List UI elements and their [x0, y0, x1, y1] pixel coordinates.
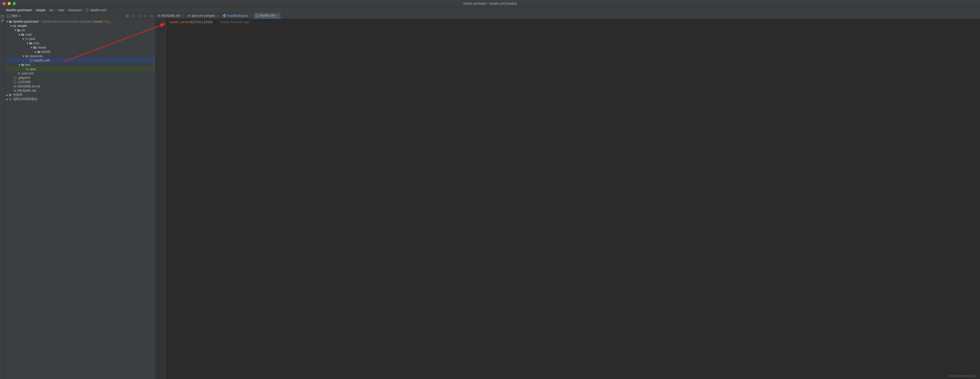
- tree-label: README.md: [18, 89, 36, 92]
- tree-license[interactable]: LICENSE: [5, 80, 155, 84]
- code-editor[interactable]: 1 tracker_server=127.0.0.1:22122masiyi, …: [156, 19, 980, 379]
- java-class-icon: C: [223, 14, 226, 17]
- chevron-down-icon[interactable]: ▾: [10, 25, 12, 27]
- collapse-all-icon[interactable]: [138, 14, 141, 18]
- close-icon[interactable]: ×: [277, 14, 279, 17]
- file-icon: [256, 14, 259, 17]
- dropdown-icon[interactable]: ▾: [19, 14, 20, 18]
- tree-module[interactable]: ▾ simple: [5, 24, 155, 28]
- tab-readme[interactable]: README.md ×: [156, 13, 186, 19]
- package-icon: [33, 46, 37, 49]
- markdown-icon: [13, 89, 17, 92]
- chevron-down-icon[interactable]: ▾: [30, 46, 33, 49]
- project-tree[interactable]: ▾ fastdfs-quickstart ~/IdeaProjects/demo…: [5, 19, 155, 379]
- tree-com[interactable]: ▾ com: [5, 41, 155, 45]
- tree-test[interactable]: ▾ test: [5, 62, 155, 67]
- scratch-icon: [9, 98, 12, 101]
- tab-label: pom.xml (simple): [192, 14, 215, 17]
- svg-rect-22: [10, 94, 10, 96]
- structure-tool-icon[interactable]: [1, 19, 4, 23]
- tree-fastdfs[interactable]: ▸ fastdfs: [5, 49, 155, 54]
- close-icon[interactable]: ×: [217, 14, 219, 17]
- crumb-file[interactable]: fastdfs.conf: [90, 8, 106, 12]
- maximize-button[interactable]: [13, 2, 16, 5]
- locate-icon[interactable]: [126, 14, 129, 18]
- chevron-down-icon[interactable]: ▾: [18, 33, 20, 36]
- svg-rect-1: [1, 15, 4, 18]
- chevron-down-icon[interactable]: ▾: [27, 42, 29, 44]
- chevron-right-icon[interactable]: ▸: [35, 51, 37, 53]
- tab-conf[interactable]: fastdfs.conf ×: [253, 13, 281, 19]
- close-icon[interactable]: ×: [182, 14, 183, 17]
- svg-text:m: m: [18, 72, 20, 75]
- close-icon[interactable]: ×: [250, 14, 251, 17]
- tree-fastdfs-conf[interactable]: fastdfs.conf: [5, 58, 155, 62]
- panel-header: 项目 ▾: [5, 13, 155, 19]
- folder-icon: [21, 33, 24, 36]
- project-panel: 项目 ▾ ▾ fastdfs-quickstart ~/IdeaProjects…: [5, 13, 156, 379]
- panel-title-label[interactable]: 项目: [12, 14, 18, 18]
- close-button[interactable]: [3, 2, 6, 5]
- tree-readme[interactable]: README.md: [5, 89, 155, 93]
- tree-label: masiyi: [38, 46, 46, 49]
- module-icon: [13, 24, 16, 27]
- tree-masiyi[interactable]: ▾ masiyi: [5, 45, 155, 49]
- git-blame-inlay: masiyi, Moments ago: [220, 20, 249, 24]
- tree-gitignore[interactable]: .gitignore: [5, 75, 155, 80]
- code-key: tracker_server: [169, 20, 189, 24]
- chevron-right-icon[interactable]: ▸: [6, 98, 8, 100]
- tree-label: src: [21, 29, 25, 32]
- crumb-resources[interactable]: resources: [68, 8, 82, 12]
- project-view-icon: [7, 14, 11, 18]
- svg-rect-23: [11, 94, 11, 96]
- tree-resources[interactable]: ▾ resources: [5, 54, 155, 58]
- tree-test-java[interactable]: java: [5, 67, 155, 71]
- crumb-src[interactable]: src: [49, 8, 54, 12]
- tool-stripe: [0, 13, 5, 379]
- crumb-module[interactable]: simple: [36, 8, 46, 12]
- svg-rect-5: [1, 21, 2, 22]
- chevron-down-icon[interactable]: ▾: [14, 29, 16, 31]
- project-tool-icon[interactable]: [1, 15, 4, 18]
- line-number: 1: [156, 20, 164, 23]
- svg-text:C: C: [224, 14, 226, 17]
- tree-readme-en[interactable]: README.en.md: [5, 84, 155, 89]
- minimize-button[interactable]: [8, 2, 11, 5]
- tree-external-libs[interactable]: ▸ 外部库: [5, 93, 155, 97]
- chevron-right-icon[interactable]: ▸: [6, 94, 8, 96]
- tree-java[interactable]: ▾ java: [5, 36, 155, 41]
- chevron-down-icon[interactable]: ▾: [18, 64, 20, 66]
- tree-root-path: ~/IdeaProjects/demo/fastdfs-quickstart: [40, 20, 92, 23]
- tree-label: pom.xml: [22, 71, 33, 75]
- chevron-down-icon[interactable]: ▾: [6, 21, 8, 22]
- tree-main[interactable]: ▾ main: [5, 32, 155, 36]
- editor-tabs: README.md × m pom.xml (simple) × C Fastd…: [156, 13, 980, 19]
- code-value: 127.0.0.1:22122: [191, 20, 213, 24]
- tree-src[interactable]: ▾ src: [5, 28, 155, 32]
- tree-label: main: [25, 33, 32, 36]
- svg-point-8: [127, 16, 127, 16]
- folder-icon: [17, 29, 20, 32]
- gear-icon[interactable]: [144, 14, 147, 18]
- svg-rect-6: [7, 15, 10, 17]
- tree-label: 临时文件和控制台: [13, 97, 38, 101]
- tree-label: fastdfs.conf: [34, 59, 49, 62]
- source-folder-icon: [25, 37, 29, 40]
- tree-scratches[interactable]: ▸ 临时文件和控制台: [5, 97, 155, 101]
- svg-point-13: [145, 16, 146, 16]
- hide-icon[interactable]: [150, 14, 153, 18]
- crumb-main[interactable]: main: [58, 8, 64, 12]
- expand-all-icon[interactable]: [132, 14, 135, 18]
- tab-pom[interactable]: m pom.xml (simple) ×: [186, 13, 221, 19]
- chevron-down-icon[interactable]: ▾: [22, 38, 24, 40]
- chevron-right-icon: ›: [55, 8, 56, 12]
- tree-root-label: fastdfs-quickstart: [13, 20, 39, 23]
- window-title: fastdfs-quickstart – fastdfs.conf [simpl…: [463, 2, 517, 5]
- chevron-down-icon[interactable]: ▾: [22, 55, 24, 57]
- crumb-project[interactable]: fastdfs-quickstart: [6, 8, 32, 12]
- tree-pom[interactable]: m pom.xml: [5, 71, 155, 75]
- package-icon: [29, 42, 33, 45]
- tree-root[interactable]: ▾ fastdfs-quickstart ~/IdeaProjects/demo…: [5, 19, 155, 24]
- editor-panel: README.md × m pom.xml (simple) × C Fastd…: [156, 13, 980, 379]
- tab-java[interactable]: C FastdfsUtil.java ×: [221, 13, 253, 19]
